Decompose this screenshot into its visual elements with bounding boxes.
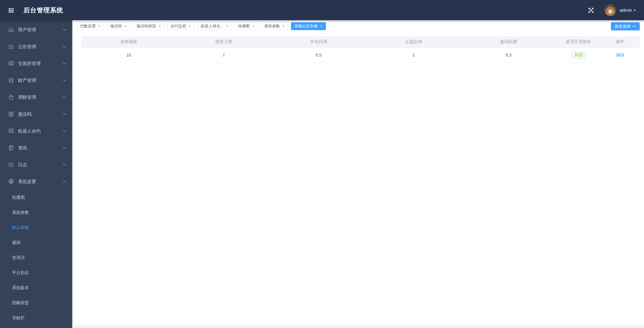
col-actions: 操作 [601, 36, 640, 48]
col-take-profit-ratio: 止盈比例 [366, 36, 461, 48]
horizontal-scrollbar[interactable] [72, 326, 644, 328]
top-header: 后台管理系统 admin ▾ [0, 0, 644, 20]
cell-first-order-quota: 10 [81, 48, 176, 63]
chevron-up-icon [63, 180, 66, 183]
fullscreen-icon[interactable] [586, 5, 596, 15]
cell-take-profit-ratio: 1 [366, 48, 461, 63]
tab-system-params[interactable]: 系统参数 × [261, 22, 288, 30]
sidebar: 用户管理 公告管理 交易所管理 [0, 20, 72, 328]
sidebar-item-announcements[interactable]: 公告管理 [0, 38, 72, 55]
close-icon[interactable]: × [98, 24, 101, 28]
chevron-down-icon [63, 96, 66, 98]
user-menu[interactable]: admin ▾ [605, 5, 636, 16]
tab-contract-trading[interactable]: 合约交易 × [167, 22, 194, 30]
col-cover-callback: 补仓回调 [271, 36, 366, 48]
col-first-order-quota: 首单额度 [81, 36, 176, 48]
sidebar-item-news[interactable]: 资讯 [0, 139, 72, 156]
tab-activation-code-type[interactable]: 激活码类型 × [133, 22, 164, 30]
sidebar-subitem-navbar[interactable]: 导航栏 [0, 311, 72, 326]
chart-board-icon [8, 128, 14, 134]
tab-generation-settings[interactable]: 代数设置 × [77, 22, 104, 30]
table-header-row: 首单额度 倍投上限 补仓回调 止盈比例 盈利回调 是否开启加倍 操作 [81, 36, 640, 48]
page-title: 后台管理系统 [23, 6, 63, 14]
avatar[interactable] [605, 5, 616, 16]
admin-app: 后台管理系统 admin ▾ 用户管理 [0, 0, 644, 328]
sidebar-item-assets[interactable]: 财产管理 [0, 72, 72, 89]
sidebar-collapse-icon[interactable] [7, 6, 16, 15]
tab-bar: 代数设置 × 激活码 × 激活码类型 × 合约交易 × 机器人持仓... × [72, 20, 644, 30]
sidebar-item-logs[interactable]: 日志 [0, 156, 72, 173]
status-badge: 开启 [571, 51, 586, 59]
sidebar-subitem-decline-type[interactable]: 跌幅类型 [0, 295, 72, 311]
gear-icon [8, 179, 14, 185]
chevron-down-icon [63, 130, 66, 132]
close-icon[interactable]: × [282, 24, 285, 28]
main-content: 代数设置 × 激活码 × 激活码类型 × 合约交易 × 机器人持仓... × [72, 20, 644, 328]
document-icon [8, 145, 14, 151]
chevron-down-icon [63, 113, 66, 115]
close-icon[interactable]: × [189, 24, 191, 28]
chevron-down-icon [63, 29, 66, 31]
caret-down-icon: ▾ [634, 8, 636, 12]
chevron-down-icon [63, 79, 66, 82]
list-icon [8, 162, 14, 168]
cell-profit-callback: 0.3 [461, 48, 556, 63]
sidebar-subitem-system-params[interactable]: 系统参数 [0, 205, 72, 220]
sidebar-item-system-settings[interactable]: 系统设置 [0, 173, 72, 190]
col-multiplier-cap: 倍投上限 [176, 36, 271, 48]
sidebar-subitem-default-strategy[interactable]: 默认策略 [0, 220, 72, 235]
chevron-down-icon [63, 164, 66, 166]
chart-board-icon [8, 61, 14, 67]
chevron-down-icon [63, 45, 66, 48]
username-label: admin [620, 8, 632, 13]
edit-link[interactable]: 编辑 [616, 52, 624, 57]
sidebar-item-finance[interactable]: 理财管理 [0, 89, 72, 106]
tab-robot-positions[interactable]: 机器人持仓... × [197, 22, 232, 30]
database-icon [8, 77, 14, 83]
chevron-down-icon [63, 147, 66, 149]
sidebar-subitem-admins[interactable]: 管理员 [0, 250, 72, 265]
sidebar-subitem-rules[interactable]: 规则 [0, 235, 72, 250]
tag-options-button[interactable]: 标签选项 [611, 22, 640, 30]
chevron-down-icon [63, 62, 66, 65]
strategy-table: 首单额度 倍投上限 补仓回调 止盈比例 盈利回调 是否开启加倍 操作 10 7 [81, 36, 640, 63]
close-icon[interactable]: × [252, 24, 255, 28]
sidebar-item-exchanges[interactable]: 交易所管理 [0, 55, 72, 72]
sidebar-subitem-system-version[interactable]: 系统版本 [0, 280, 72, 295]
close-icon[interactable]: × [320, 24, 323, 28]
close-icon[interactable]: × [158, 24, 161, 28]
chevron-down-icon [633, 25, 636, 27]
close-icon[interactable]: × [226, 24, 228, 28]
tab-strategy-pagination[interactable]: 策略分页列表 × [291, 22, 326, 30]
home-icon [8, 27, 14, 33]
sidebar-item-activation-codes[interactable]: 激活码 [0, 106, 72, 123]
table-row: 10 7 0.5 1 0.3 开启 编辑 [81, 48, 640, 63]
sidebar-item-robot-contracts[interactable]: 机器人合约 [0, 123, 72, 139]
cell-cover-callback: 0.5 [271, 48, 366, 63]
list-icon [8, 44, 14, 50]
handbag-icon [8, 94, 14, 100]
tab-activation-code[interactable]: 激活码 × [107, 22, 130, 30]
grid-icon [8, 111, 14, 117]
cell-multiplier-cap: 7 [176, 48, 271, 63]
col-doubling-enabled: 是否开启加倍 [556, 36, 601, 48]
sidebar-subitem-carousel[interactable]: 轮播图 [0, 190, 72, 205]
col-profit-callback: 盈利回调 [461, 36, 556, 48]
sidebar-item-users[interactable]: 用户管理 [0, 21, 72, 38]
close-icon[interactable]: × [124, 24, 127, 28]
tab-carousel[interactable]: 轮播图 × [235, 22, 258, 30]
sidebar-subitem-platform-agreement[interactable]: 平台协议 [0, 265, 72, 280]
strategy-table-container: 首单额度 倍投上限 补仓回调 止盈比例 盈利回调 是否开启加倍 操作 10 7 [72, 30, 644, 63]
